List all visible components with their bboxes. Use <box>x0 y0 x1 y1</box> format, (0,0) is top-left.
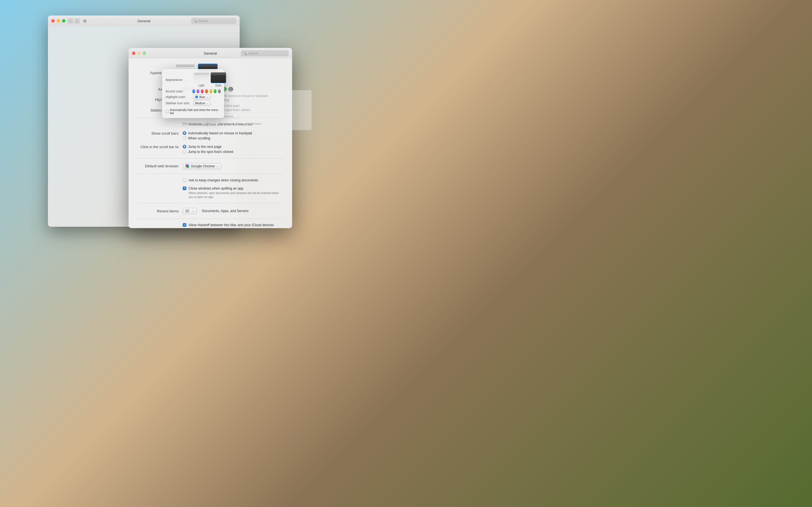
recent-items-row: Recent items: 10 ⌄ Documents, Apps, and … <box>137 206 284 216</box>
jump-page-radio-dot <box>183 145 186 149</box>
popup-sidebar-row: Sidebar icon size: Medium ⌄ <box>165 101 221 106</box>
ask-keep-row: Ask to keep changes when closing documen… <box>137 176 284 184</box>
front-minimize-button[interactable] <box>137 52 141 55</box>
handoff-row: ✓ Allow Handoff between this Mac and you… <box>137 221 284 228</box>
popup-sidebar-value: Medium <box>195 102 205 105</box>
front-close-button[interactable] <box>132 52 135 55</box>
front-search-icon: 🔍 <box>243 52 247 55</box>
ask-keep-checkbox[interactable]: Ask to keep changes when closing documen… <box>183 177 284 184</box>
jump-spot-radio[interactable]: Jump to the spot that's clicked <box>183 150 233 154</box>
popup-menu-bar-row: Automatically hide and show the menu bar <box>165 107 221 115</box>
swatch-graphite[interactable] <box>228 87 233 92</box>
back-search-icon: 🔍 <box>193 19 197 22</box>
back-search-placeholder: Search <box>198 19 208 22</box>
scroll-when-radio-dot <box>183 136 186 140</box>
chrome-icon <box>185 164 189 168</box>
browser-label: Default web browser: <box>137 164 179 168</box>
divider-3 <box>137 174 284 174</box>
scroll-when-radio[interactable]: When scrolling <box>183 136 252 140</box>
back-maximize-button[interactable] <box>62 19 65 22</box>
browser-row: Default web browser: Google Chrome ⌄ <box>137 161 284 172</box>
back-window-title: General <box>137 19 150 23</box>
popup-swatch-blue[interactable] <box>192 89 195 93</box>
front-traffic-lights <box>132 52 146 55</box>
popup-swatch-green[interactable] <box>214 89 216 93</box>
close-windows-checkbox[interactable]: ✓ Close windows when quitting an app Whe… <box>183 185 284 200</box>
popup-sidebar-dropdown[interactable]: Medium ⌄ <box>193 101 211 106</box>
popup-highlight-label: Highlight color: <box>165 95 191 99</box>
divider-5 <box>137 219 284 219</box>
popup-light-option[interactable]: Light <box>194 72 209 87</box>
popup-highlight-arrow: ⌄ <box>206 96 208 98</box>
popup-highlight-swatch <box>195 96 198 98</box>
handoff-checkbox-box: ✓ <box>183 223 186 227</box>
divider-2 <box>137 158 284 159</box>
popup-light-preview <box>194 72 209 83</box>
jump-page-radio[interactable]: Jump to the next page <box>183 145 233 149</box>
popup-highlight-dropdown[interactable]: Blue ⌄ <box>193 94 210 100</box>
appearance-popup: Appearance: Light Dark Accent color: <box>162 69 224 118</box>
light-preview-bar <box>176 64 195 67</box>
scroll-auto-radio-dot <box>183 131 186 135</box>
back-search-bar[interactable]: 🔍 Search <box>191 18 236 24</box>
browser-value: Google Chrome <box>191 164 215 168</box>
back-back-arrow[interactable]: ‹ <box>68 18 73 24</box>
popup-accent-label: Accent color: <box>165 90 191 93</box>
close-windows-check: ✓ <box>184 187 186 189</box>
popup-appearance-label: Appearance: <box>165 78 191 81</box>
popup-dark-option[interactable]: Dark <box>211 72 226 87</box>
scroll-bars-label: Show scroll bars: <box>137 131 179 135</box>
front-search-placeholder: Search <box>248 52 258 55</box>
popup-accent-row: Accent color: <box>165 89 221 93</box>
jump-spot-radio-dot <box>183 150 186 154</box>
popup-sidebar-arrow: ⌄ <box>207 102 209 105</box>
popup-menu-bar-checkbox[interactable] <box>165 110 168 113</box>
close-windows-row: ✓ Close windows when quitting an app Whe… <box>137 184 284 201</box>
popup-swatch-yellow[interactable] <box>209 89 212 93</box>
popup-swatch-pink[interactable] <box>201 89 204 93</box>
scroll-auto-radio[interactable]: Automatically based on mouse or trackpad <box>183 131 252 135</box>
recent-items-dropdown[interactable]: 10 ⌄ <box>183 208 197 214</box>
popup-swatch-orange[interactable] <box>205 89 208 93</box>
popup-dark-bar <box>211 73 226 75</box>
menu-bar-checkbox[interactable]: Automatically hide and show the menu bar <box>183 121 284 128</box>
front-window-title: General <box>204 51 217 55</box>
browser-dropdown[interactable]: Google Chrome ⌄ <box>183 163 221 169</box>
front-search-bar[interactable]: 🔍 Search <box>241 50 289 56</box>
scroll-bars-row: Show scroll bars: Automatically based on… <box>137 129 284 143</box>
popup-light-bar <box>194 73 209 75</box>
back-traffic-lights <box>51 19 65 22</box>
recent-items-value: 10 <box>185 209 189 213</box>
popup-swatch-purple[interactable] <box>197 89 199 93</box>
back-close-button[interactable] <box>51 19 55 22</box>
scroll-when-label: When scrolling <box>188 136 210 140</box>
ask-keep-checkbox-box <box>183 178 186 182</box>
handoff-label: Allow Handoff between this Mac and your … <box>189 223 274 228</box>
jump-page-label: Jump to the next page <box>188 145 221 149</box>
handoff-check: ✓ <box>184 224 186 226</box>
browser-dropdown-arrow: ⌄ <box>216 165 219 168</box>
popup-appearance-row: Appearance: Light Dark <box>165 72 221 87</box>
close-windows-sublabel: When selected, open documents and window… <box>189 191 284 199</box>
popup-swatch-graphite[interactable] <box>218 89 221 93</box>
back-forward-arrow[interactable]: › <box>74 18 80 24</box>
click-scroll-options: Jump to the next page Jump to the spot t… <box>183 145 233 154</box>
close-windows-label: Close windows when quitting an app <box>189 186 284 191</box>
recent-items-arrow: ⌄ <box>192 210 194 212</box>
scroll-auto-label: Automatically based on mouse or trackpad <box>188 131 252 135</box>
menu-bar-label: Automatically hide and show the menu bar <box>189 122 252 127</box>
click-scroll-label: Click in the scroll bar to: <box>137 145 179 149</box>
scroll-bars-options: Automatically based on mouse or trackpad… <box>183 131 252 140</box>
handoff-checkbox[interactable]: ✓ Allow Handoff between this Mac and you… <box>183 222 284 228</box>
popup-appearance-options: Light Dark <box>194 72 226 87</box>
popup-dark-preview <box>211 72 226 83</box>
back-minimize-button[interactable] <box>57 19 60 22</box>
ask-keep-label: Ask to keep changes when closing documen… <box>189 178 258 183</box>
popup-dark-label: Dark <box>211 84 226 87</box>
popup-highlight-row: Highlight color: Blue ⌄ <box>165 94 221 100</box>
front-maximize-button[interactable] <box>143 52 146 55</box>
recent-items-suffix: Documents, Apps, and Servers <box>202 209 248 213</box>
back-grid-button[interactable]: ⊞ <box>82 17 88 24</box>
front-titlebar: General 🔍 Search <box>129 48 292 59</box>
back-titlebar: ‹ › ⊞ General 🔍 Search <box>48 15 240 26</box>
